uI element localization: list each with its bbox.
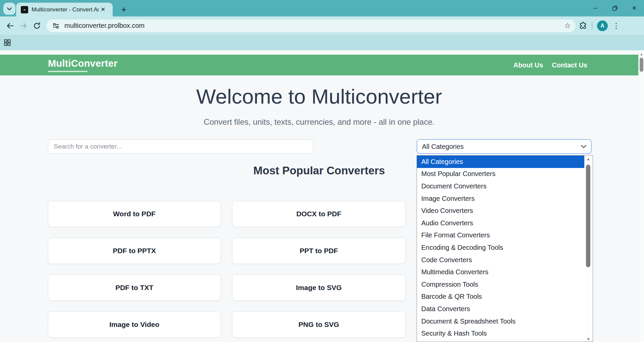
popular-grid: Word to PDFDOCX to PDFPDF to PPTXPPT to … xyxy=(48,201,406,338)
browser-toolbar: multiconverter.prolbox.com ☆ A ⋮ xyxy=(0,16,644,35)
category-option[interactable]: Compression Tools xyxy=(417,278,584,291)
reload-icon[interactable] xyxy=(30,19,44,33)
category-option[interactable]: Document Converters xyxy=(417,180,584,192)
browser-tab[interactable]: ▰ Multiconverter - Convert Anythi ✕ xyxy=(16,3,113,16)
category-option[interactable]: Data Converters xyxy=(417,303,584,315)
converter-button[interactable]: Image to Video xyxy=(48,311,221,338)
close-window-button[interactable]: ✕ xyxy=(625,0,644,16)
tab-title: Multiconverter - Convert Anythi xyxy=(32,6,99,13)
dropdown-scroll-down-icon[interactable]: ▼ xyxy=(584,337,592,341)
select-chevron-down-icon xyxy=(581,145,586,148)
dropdown-scroll-up-icon[interactable]: ▲ xyxy=(584,157,592,161)
category-option[interactable]: File Format Converters xyxy=(417,229,584,242)
category-option[interactable]: All Categories xyxy=(417,156,584,168)
bookmarks-bar xyxy=(0,35,644,50)
url-text[interactable]: multiconverter.prolbox.com xyxy=(64,22,564,30)
site-settings-icon[interactable] xyxy=(51,21,61,31)
hero-subtitle: Convert files, units, texts, currencies,… xyxy=(0,117,638,127)
site-header: MultiConverter About Us Contact Us xyxy=(0,55,638,75)
category-option[interactable]: Code Converters xyxy=(417,254,584,266)
page-viewport: MultiConverter About Us Contact Us Welco… xyxy=(0,50,644,342)
converter-button[interactable]: PNG to SVG xyxy=(232,311,406,338)
nav-about-link[interactable]: About Us xyxy=(514,61,543,69)
toolbar-separator xyxy=(592,22,592,30)
category-option[interactable]: Image Converters xyxy=(417,192,584,205)
category-option[interactable]: Audio Converters xyxy=(417,217,584,229)
category-select-value: All Categories xyxy=(422,143,581,151)
site-logo[interactable]: MultiConverter xyxy=(48,58,117,69)
converter-button[interactable]: DOCX to PDF xyxy=(232,201,406,227)
category-dropdown-list: All CategoriesMost Popular ConvertersDoc… xyxy=(417,155,593,342)
browser-titlebar: ▰ Multiconverter - Convert Anythi ✕ + ─ … xyxy=(0,0,644,16)
apps-grid-icon[interactable] xyxy=(4,39,11,46)
category-option[interactable]: Security & Hash Tools xyxy=(417,327,584,340)
page-scrollbar-thumb[interactable] xyxy=(640,58,643,72)
site-nav: About Us Contact Us xyxy=(514,61,587,69)
address-bar[interactable]: multiconverter.prolbox.com ☆ xyxy=(46,19,576,32)
nav-contact-link[interactable]: Contact Us xyxy=(552,61,587,69)
dropdown-scrollbar[interactable]: ▲ ▼ xyxy=(584,156,592,342)
category-select[interactable]: All Categories xyxy=(417,139,592,154)
page-scrollbar[interactable]: ▲ xyxy=(638,50,644,342)
forward-icon[interactable] xyxy=(17,19,30,33)
window-controls: ─ ✕ xyxy=(586,0,644,16)
logo-underline xyxy=(48,71,88,72)
category-option[interactable]: Multimedia Converters xyxy=(417,266,584,278)
converter-button[interactable]: PDF to TXT xyxy=(48,275,221,301)
restore-button[interactable] xyxy=(605,0,625,16)
back-icon[interactable] xyxy=(3,19,17,33)
tab-search-button[interactable] xyxy=(3,3,15,15)
hero-title: Welcome to Multiconverter xyxy=(0,84,638,108)
new-tab-button[interactable]: + xyxy=(118,4,129,15)
converter-button[interactable]: Image to SVG xyxy=(232,275,406,301)
category-option[interactable]: Encoding & Decoding Tools xyxy=(417,241,584,254)
category-option[interactable]: Document & Spreadsheet Tools xyxy=(417,315,584,328)
bookmark-star-icon[interactable]: ☆ xyxy=(564,21,571,30)
extensions-icon[interactable] xyxy=(579,22,587,30)
dropdown-scrollbar-thumb[interactable] xyxy=(586,165,590,267)
toolbar-right: A ⋮ xyxy=(579,20,625,31)
profile-avatar[interactable]: A xyxy=(597,20,608,31)
minimize-button[interactable]: ─ xyxy=(586,0,605,16)
browser-menu-icon[interactable]: ⋮ xyxy=(612,21,620,30)
site-favicon-icon: ▰ xyxy=(21,6,28,13)
converter-button[interactable]: Word to PDF xyxy=(48,201,221,227)
converter-button[interactable]: PDF to PPTX xyxy=(48,238,221,264)
page-scroll-up-icon[interactable]: ▲ xyxy=(639,52,644,56)
search-input[interactable] xyxy=(48,139,313,154)
converter-button[interactable]: PPT to PDF xyxy=(232,238,406,264)
logo-wrap: MultiConverter xyxy=(48,58,117,72)
chevron-down-icon xyxy=(7,7,12,10)
category-option[interactable]: Barcode & QR Tools xyxy=(417,291,584,303)
category-option[interactable]: Most Popular Converters xyxy=(417,168,584,180)
tab-close-icon[interactable]: ✕ xyxy=(99,5,107,14)
category-option[interactable]: Video Converters xyxy=(417,205,584,217)
